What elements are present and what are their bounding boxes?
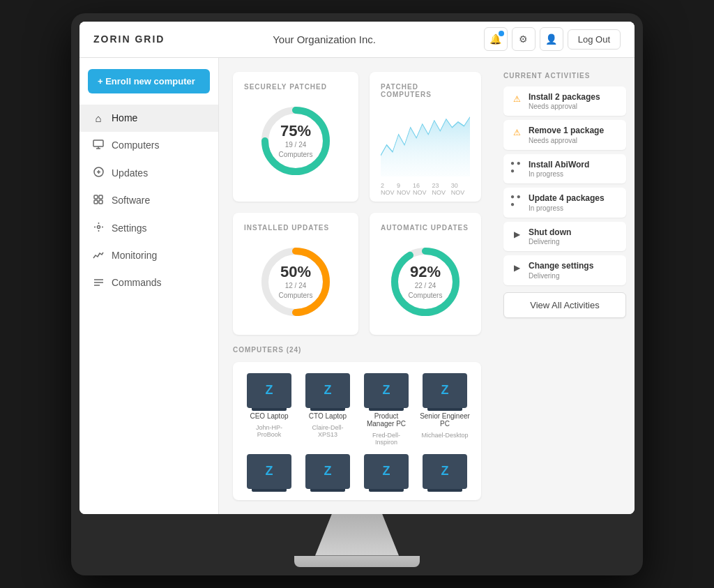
- automatic-updates-sub2: Computers: [409, 291, 443, 301]
- installed-updates-label: INSTALLED UPDATES: [244, 224, 347, 232]
- sidebar-item-commands-label: Commands: [112, 277, 162, 288]
- patched-computers-card: PATCHED COMPUTERS: [370, 72, 481, 202]
- sidebar-item-commands[interactable]: Commands: [79, 269, 218, 296]
- computer-icon-3: Z: [423, 373, 467, 408]
- activity-status-4: Delivering: [529, 238, 571, 246]
- enroll-button[interactable]: + Enroll new computer: [88, 69, 210, 93]
- view-all-button[interactable]: View All Activities: [503, 292, 626, 318]
- computers-section-title: COMPUTERS (24): [233, 346, 481, 354]
- logout-button[interactable]: Log Out: [568, 29, 621, 50]
- computer-name-0: CEO Laptop: [250, 412, 288, 420]
- automatic-updates-label: AUTOMATIC UPDATES: [381, 224, 470, 232]
- stats-row-2: INSTALLED UPDATES 50% 12 / 24 Computers: [233, 213, 481, 335]
- main-content: SECURELY PATCHED 75% 19 / 24 Computers: [219, 58, 495, 514]
- line-chart-svg: [381, 107, 470, 176]
- computer-item-3[interactable]: Z Senior Engineer PC Michael-Desktop: [420, 373, 470, 446]
- monitoring-icon: [92, 250, 105, 262]
- monitor-stand: [315, 514, 399, 556]
- automatic-updates-pct: 92%: [409, 263, 443, 281]
- securely-patched-pct: 75%: [279, 122, 313, 140]
- chart-label-5: 30 NOV: [451, 182, 470, 196]
- notification-badge: [499, 31, 504, 36]
- installed-updates-card: INSTALLED UPDATES 50% 12 / 24 Computers: [233, 213, 358, 335]
- activity-item-1: ⚠ Remove 1 package Needs approval: [503, 120, 626, 150]
- computer-item-0[interactable]: Z CEO Laptop John-HP-ProBook: [244, 373, 294, 446]
- sidebar-item-updates-label: Updates: [112, 167, 148, 179]
- svg-point-8: [97, 225, 100, 228]
- warning-icon-0: ⚠: [510, 93, 523, 105]
- sidebar-item-settings[interactable]: Settings: [79, 214, 218, 242]
- logo: ZORIN GRID: [93, 33, 165, 45]
- computer-item-2[interactable]: Z Product Manager PC Fred-Dell-Inspiron: [361, 373, 411, 446]
- activity-content-0: Install 2 packages Needs approval: [529, 92, 600, 111]
- computers-grid: Z CEO Laptop John-HP-ProBook Z CTO Lapto…: [233, 362, 481, 500]
- computer-user-2: Fred-Dell-Inspiron: [361, 432, 411, 446]
- notifications-button[interactable]: 🔔: [484, 27, 508, 51]
- activity-title-1: Remove 1 package: [529, 126, 604, 137]
- activity-title-2: Install AbiWord: [529, 160, 589, 171]
- computer-item-1[interactable]: Z CTO Laptop Claire-Dell-XPS13: [303, 373, 353, 446]
- activity-content-1: Remove 1 package Needs approval: [529, 126, 604, 144]
- svg-rect-5: [99, 195, 102, 199]
- app-body: + Enroll new computer ⌂ Home Computers: [79, 58, 635, 514]
- svg-rect-7: [99, 200, 102, 204]
- sidebar-item-home-label: Home: [112, 112, 137, 123]
- activity-item-3: ● ● ● Update 4 packages In progress: [503, 188, 626, 218]
- settings-button[interactable]: ⚙: [512, 27, 536, 51]
- computer-icon-7: Z: [423, 454, 467, 489]
- sidebar-item-home[interactable]: ⌂ Home: [79, 105, 218, 132]
- activity-content-2: Install AbiWord In progress: [529, 160, 589, 179]
- installed-updates-text: 50% 12 / 24 Computers: [279, 263, 313, 301]
- warning-icon-1: ⚠: [510, 126, 523, 139]
- automatic-updates-card: AUTOMATIC UPDATES 92% 22 / 24 Computers: [370, 213, 481, 335]
- securely-patched-sub2: Computers: [279, 150, 313, 160]
- computer-icon-2: Z: [364, 373, 409, 408]
- sidebar-item-monitoring[interactable]: Monitoring: [79, 242, 218, 269]
- activity-item-5: ▶ Change settings Delivering: [503, 255, 626, 285]
- activity-content-5: Change settings Delivering: [529, 261, 593, 280]
- automatic-updates-sub: 22 / 24: [409, 281, 443, 291]
- progress-icon-0: ● ● ●: [510, 160, 523, 173]
- sidebar-item-monitoring-label: Monitoring: [112, 250, 157, 261]
- svg-rect-0: [93, 140, 103, 146]
- nav-menu: ⌂ Home Computers: [79, 105, 218, 296]
- commands-icon: [92, 277, 105, 289]
- profile-button[interactable]: 👤: [540, 27, 563, 51]
- sidebar-item-software[interactable]: Software: [79, 187, 218, 214]
- automatic-updates-chart: 92% 22 / 24 Computers: [381, 240, 470, 324]
- computer-user-0: John-HP-ProBook: [244, 424, 294, 438]
- home-icon: ⌂: [92, 112, 105, 124]
- software-icon: [92, 195, 105, 206]
- securely-patched-text: 75% 19 / 24 Computers: [279, 122, 313, 160]
- computer-name-1: CTO Laptop: [309, 412, 347, 420]
- progress-icon-1: ● ● ●: [510, 194, 523, 206]
- installed-updates-sub2: Computers: [279, 291, 313, 301]
- activities-title: CURRENT ACTIVITIES: [503, 72, 626, 80]
- computer-icon-0: Z: [247, 373, 291, 408]
- activity-content-3: Update 4 packages In progress: [529, 193, 605, 212]
- computer-item-5[interactable]: Z: [303, 454, 353, 489]
- updates-icon: [92, 167, 105, 179]
- sidebar: + Enroll new computer ⌂ Home Computers: [79, 58, 219, 514]
- patched-computers-label: PATCHED COMPUTERS: [381, 83, 470, 98]
- sidebar-item-computers[interactable]: Computers: [79, 132, 218, 159]
- computer-item-6[interactable]: Z: [361, 454, 411, 489]
- chart-label-4: 23 NOV: [432, 182, 450, 196]
- computer-name-3: Senior Engineer PC: [420, 412, 470, 428]
- computer-user-1: Claire-Dell-XPS13: [303, 424, 353, 438]
- activity-title-5: Change settings: [529, 261, 593, 272]
- monitor-base: [294, 556, 420, 567]
- computer-item-4[interactable]: Z: [244, 454, 294, 489]
- securely-patched-sub: 19 / 24: [279, 140, 313, 150]
- activity-title-0: Install 2 packages: [529, 92, 600, 103]
- sidebar-item-updates[interactable]: Updates: [79, 159, 218, 187]
- activity-status-5: Delivering: [529, 272, 593, 280]
- installed-updates-chart: 50% 12 / 24 Computers: [244, 240, 347, 324]
- installed-updates-sub: 12 / 24: [279, 281, 313, 291]
- computer-item-7[interactable]: Z: [420, 454, 470, 489]
- computers-icon: [92, 140, 105, 151]
- svg-rect-4: [94, 195, 98, 199]
- activity-item-4: ▶ Shut down Delivering: [503, 222, 626, 252]
- computer-icon-6: Z: [364, 454, 409, 489]
- securely-patched-card: SECURELY PATCHED 75% 19 / 24 Computers: [233, 72, 358, 202]
